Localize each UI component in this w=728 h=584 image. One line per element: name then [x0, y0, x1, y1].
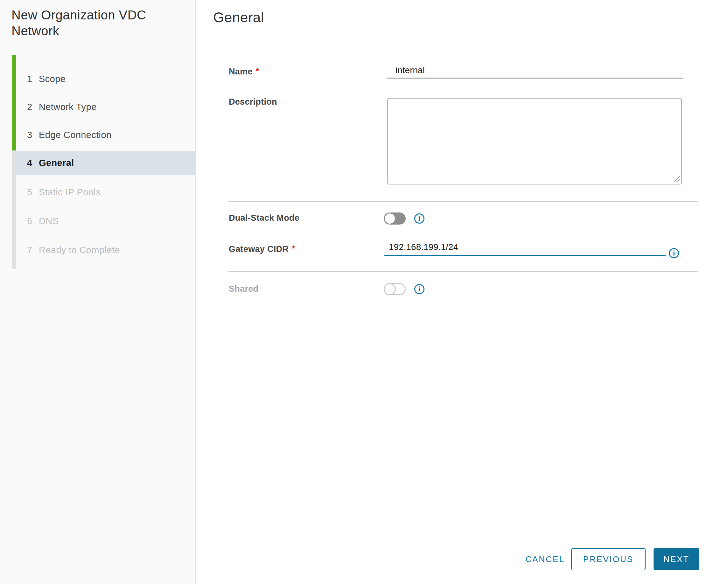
- step-number: 3: [27, 130, 36, 140]
- step-network-type[interactable]: 2 Network Type: [0, 95, 196, 118]
- step-scope[interactable]: 1 Scope: [0, 67, 196, 91]
- step-number: 7: [27, 245, 36, 256]
- dual-stack-mode-label: Dual-Stack Mode: [229, 213, 300, 223]
- name-label: Name*: [229, 67, 259, 77]
- step-general-active[interactable]: 4 General: [16, 151, 196, 175]
- step-static-ip-pools: 5 Static IP Pools: [0, 180, 196, 204]
- textarea-resize-handle-icon[interactable]: [674, 176, 680, 182]
- cancel-button[interactable]: CANCEL: [524, 548, 566, 570]
- page-title: General: [213, 9, 264, 25]
- required-asterisk: *: [292, 244, 295, 253]
- step-label: Edge Connection: [39, 130, 112, 140]
- name-input[interactable]: [387, 63, 683, 79]
- description-field-wrap: [387, 98, 682, 185]
- step-edge-connection[interactable]: 3 Edge Connection: [0, 123, 196, 147]
- step-label: General: [39, 158, 74, 168]
- step-dns: 6 DNS: [0, 209, 196, 233]
- gateway-cidr-input[interactable]: [384, 240, 666, 256]
- step-number: 5: [27, 187, 36, 197]
- section-divider: [228, 271, 698, 272]
- dual-stack-info-icon[interactable]: i: [414, 213, 424, 223]
- step-number: 1: [27, 74, 36, 84]
- description-textarea[interactable]: [387, 98, 682, 185]
- shared-toggle-disabled: [384, 283, 406, 295]
- step-label: Static IP Pools: [39, 187, 101, 197]
- required-asterisk: *: [256, 67, 259, 75]
- step-label: Ready to Complete: [39, 245, 120, 256]
- step-label: DNS: [39, 216, 58, 227]
- shared-label: Shared: [229, 284, 258, 294]
- dual-stack-toggle[interactable]: [384, 212, 406, 224]
- shared-info-icon[interactable]: i: [414, 284, 424, 294]
- description-label: Description: [229, 97, 277, 107]
- next-button[interactable]: NEXT: [654, 548, 699, 570]
- gateway-cidr-label: Gateway CIDR*: [229, 244, 295, 254]
- toggle-knob: [385, 213, 395, 223]
- gateway-cidr-info-icon[interactable]: i: [669, 248, 679, 258]
- previous-button[interactable]: PREVIOUS: [571, 548, 646, 570]
- new-org-vdc-network-wizard: New Organization VDC Network 1 Scope 2 N…: [0, 0, 728, 584]
- step-number: 6: [27, 216, 36, 227]
- step-label: Scope: [39, 74, 66, 84]
- step-label: Network Type: [39, 102, 97, 112]
- general-step-panel: General Name* Description Dual-Stack Mod…: [196, 0, 728, 584]
- toggle-knob: [384, 283, 396, 295]
- step-ready-to-complete: 7 Ready to Complete: [0, 238, 196, 262]
- wizard-sidebar: New Organization VDC Network 1 Scope 2 N…: [0, 0, 196, 584]
- section-divider: [228, 201, 698, 202]
- step-number: 2: [27, 102, 36, 112]
- step-number: 4: [27, 158, 36, 168]
- wizard-title: New Organization VDC Network: [11, 7, 171, 39]
